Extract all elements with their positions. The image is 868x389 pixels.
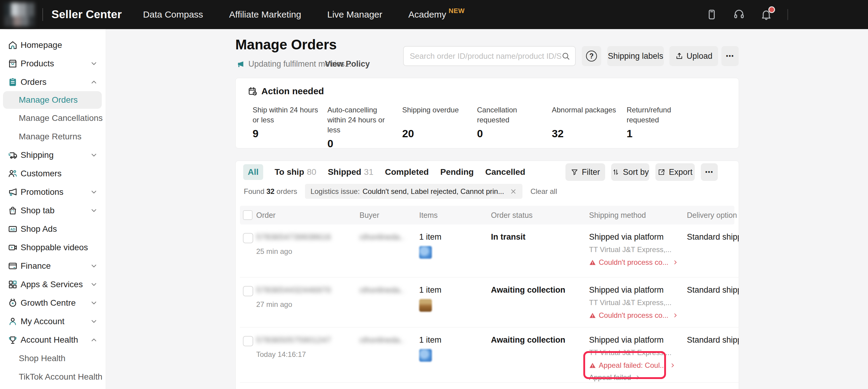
upload-icon bbox=[675, 52, 684, 60]
topnav-data-compass[interactable]: Data Compass bbox=[143, 9, 203, 20]
announcement-icon bbox=[236, 60, 245, 68]
upload-button[interactable]: Upload bbox=[669, 46, 718, 66]
sidebar-item-label: Manage Returns bbox=[19, 132, 82, 142]
order-row[interactable]: 5783654739938616 25 min ago cthonlineda.… bbox=[240, 225, 739, 277]
metric-value[interactable]: 20 bbox=[402, 127, 477, 140]
table-more-button[interactable]: ⋯ bbox=[701, 163, 718, 181]
filter-button[interactable]: Filter bbox=[565, 163, 605, 181]
sidebar-item-finance[interactable]: Finance bbox=[0, 257, 106, 275]
sidebar-item-orders[interactable]: Orders bbox=[0, 73, 106, 91]
search-input[interactable] bbox=[410, 52, 561, 61]
column-order-status: Order status bbox=[491, 211, 589, 220]
column-buyer: Buyer bbox=[360, 211, 419, 220]
shipping-method: Shipped via platform bbox=[589, 232, 687, 242]
tab-to-ship[interactable]: To ship 80 bbox=[275, 167, 316, 177]
clear-all-link[interactable]: Clear all bbox=[530, 187, 557, 196]
sidebar-item-manage-cancellations[interactable]: Manage Cancellations bbox=[0, 109, 106, 127]
items-cell: 1 item bbox=[419, 286, 491, 312]
tab-label: To ship bbox=[275, 167, 304, 177]
sidebar-item-customers[interactable]: Customers bbox=[0, 164, 106, 183]
metric-value[interactable]: 0 bbox=[328, 138, 402, 150]
shipping-labels-button[interactable]: Shipping labels bbox=[607, 46, 664, 66]
notifications-bell-icon[interactable] bbox=[760, 8, 772, 21]
sidebar-item-promotions[interactable]: Promotions bbox=[0, 183, 106, 201]
sidebar-item-shop-tab[interactable]: Shop tab bbox=[0, 201, 106, 220]
view-policy-link[interactable]: View Policy bbox=[325, 59, 370, 69]
remove-filter-icon[interactable] bbox=[510, 188, 517, 195]
metric-label: Ship within 24 hours or less bbox=[253, 105, 319, 125]
tab-completed[interactable]: Completed bbox=[385, 167, 429, 177]
metric-label: Auto-cancelling within 24 hours or less bbox=[328, 105, 394, 135]
orders-panel: All To ship 80 Shipped 31 Completed Pend… bbox=[235, 160, 739, 389]
customers-icon bbox=[7, 169, 18, 179]
row-checkbox[interactable] bbox=[243, 336, 253, 346]
action-metrics: Ship within 24 hours or less 9 Auto-canc… bbox=[253, 105, 733, 150]
sidebar-item-shoppable-videos[interactable]: Shoppable videos bbox=[0, 238, 106, 257]
user-icon bbox=[7, 316, 18, 327]
tab-cancelled[interactable]: Cancelled bbox=[485, 167, 525, 177]
shipping-carrier: TT Virtual J&T Express,... bbox=[589, 349, 687, 357]
sidebar-item-homepage[interactable]: Homepage bbox=[0, 36, 106, 54]
upload-label: Upload bbox=[687, 52, 713, 61]
action-needed-header: Action needed bbox=[248, 86, 324, 96]
appeal-failed-secondary-link[interactable]: Appeal failed bbox=[589, 373, 687, 382]
sidebar-item-growth-centre[interactable]: Growth Centre bbox=[0, 294, 106, 312]
product-thumbnail[interactable] bbox=[419, 299, 432, 312]
tab-pending[interactable]: Pending bbox=[440, 167, 474, 177]
shipping-method: Shipped via platform bbox=[589, 286, 687, 295]
metric-value[interactable]: 32 bbox=[552, 127, 627, 140]
order-row[interactable]: 5783650575901247 Today 14:16:17 cthonlin… bbox=[240, 328, 739, 383]
topnav-affiliate-marketing[interactable]: Affiliate Marketing bbox=[229, 9, 301, 20]
sort-by-button[interactable]: Sort by bbox=[611, 163, 649, 181]
product-thumbnail[interactable] bbox=[419, 349, 432, 362]
metric-value[interactable]: 0 bbox=[477, 127, 552, 140]
sidebar-item-products[interactable]: Products bbox=[0, 54, 106, 73]
shipping-cell: Shipped via platform TT Virtual J&T Expr… bbox=[589, 232, 687, 267]
order-status-tabs: All To ship 80 Shipped 31 Completed Pend… bbox=[243, 164, 525, 180]
sidebar-item-manage-orders[interactable]: Manage Orders bbox=[3, 91, 102, 109]
topnav-academy[interactable]: Academy NEW bbox=[408, 9, 465, 20]
order-row[interactable]: 5783654432446970 27 min ago cthonlineda.… bbox=[240, 277, 739, 328]
sidebar-item-shipping[interactable]: Shipping bbox=[0, 146, 106, 164]
row-checkbox[interactable] bbox=[243, 233, 253, 243]
sidebar-item-manage-returns[interactable]: Manage Returns bbox=[0, 127, 106, 146]
select-all-checkbox[interactable] bbox=[243, 210, 253, 220]
sidebar-item-my-account[interactable]: My Account bbox=[0, 312, 106, 331]
order-id-blurred: 5783650575901247 bbox=[256, 335, 360, 345]
metric-value[interactable]: 9 bbox=[253, 127, 328, 140]
mobile-app-icon[interactable] bbox=[706, 8, 718, 21]
sidebar-item-shop-health[interactable]: Shop Health bbox=[0, 349, 106, 367]
topnav-menu: Data Compass Affiliate Marketing Live Ma… bbox=[143, 9, 465, 20]
sidebar-item-label: Shipping bbox=[21, 150, 54, 160]
help-button[interactable]: ? bbox=[582, 46, 601, 66]
product-thumbnail[interactable] bbox=[419, 246, 432, 259]
growth-medal-icon bbox=[7, 298, 18, 308]
logistics-issue-filter-chip[interactable]: Logistics issue: Couldn't send, Label re… bbox=[305, 184, 522, 199]
buyer-blurred: cthonlineda... bbox=[360, 232, 405, 242]
shipping-alert-link[interactable]: Couldn't process co... bbox=[589, 258, 687, 267]
shipping-alert-link[interactable]: Couldn't process co... bbox=[589, 311, 687, 320]
sidebar-item-apps-services[interactable]: Apps & Services bbox=[0, 275, 106, 294]
export-button[interactable]: Export bbox=[655, 163, 695, 181]
buyer-blurred: cthonlineda... bbox=[360, 286, 405, 295]
support-headset-icon[interactable] bbox=[733, 8, 745, 21]
search-icon[interactable] bbox=[561, 52, 570, 61]
buyer-blurred: cthonlineda... bbox=[360, 335, 405, 345]
header-more-button[interactable]: ⋯ bbox=[721, 46, 739, 66]
tab-count: 31 bbox=[364, 167, 373, 177]
column-items: Items bbox=[419, 211, 491, 220]
sidebar-item-tiktok-account-health[interactable]: TikTok Account Health bbox=[0, 367, 106, 386]
items-cell: 1 item bbox=[419, 232, 491, 259]
tab-all[interactable]: All bbox=[243, 164, 263, 180]
row-checkbox[interactable] bbox=[243, 286, 253, 296]
metric-abnormal-packages: Abnormal packages 32 bbox=[552, 105, 627, 150]
home-icon bbox=[7, 40, 18, 50]
delivery-option: Standard shipping bbox=[687, 232, 739, 242]
topnav-live-manager[interactable]: Live Manager bbox=[327, 9, 382, 20]
sidebar-item-account-health[interactable]: Account Health bbox=[0, 331, 106, 349]
sidebar-item-shop-ads[interactable]: AD Shop Ads bbox=[0, 220, 106, 238]
order-status: Awaiting collection bbox=[491, 286, 589, 295]
metric-value[interactable]: 1 bbox=[627, 127, 733, 140]
tab-shipped[interactable]: Shipped 31 bbox=[328, 167, 373, 177]
appeal-failed-link[interactable]: Appeal failed: Coul... bbox=[589, 361, 687, 369]
